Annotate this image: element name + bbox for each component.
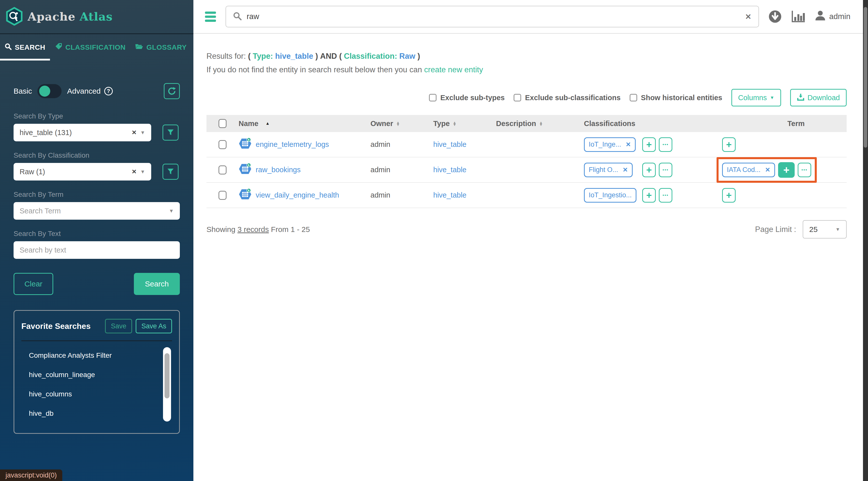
more-classifications-button[interactable]: ••• — [659, 137, 672, 152]
chevron-down-icon: ▼ — [770, 95, 774, 100]
clear-type-icon[interactable]: ✕ — [132, 129, 136, 136]
more-terms-button[interactable]: ••• — [798, 163, 811, 177]
type-link[interactable]: hive_table — [433, 140, 466, 149]
sidebar-tabs: SEARCH CLASSIFICATION GLOSSARY — [0, 33, 193, 61]
statistics-chart-icon[interactable] — [791, 10, 805, 23]
entity-name-link[interactable]: engine_telemetry_logs — [256, 140, 329, 149]
add-term-button[interactable]: + — [722, 137, 736, 152]
tab-classification[interactable]: CLASSIFICATION — [50, 34, 130, 61]
tab-glossary[interactable]: GLOSSARY — [130, 34, 191, 61]
table-row: raw_bookings admin hive_table Flight O..… — [207, 157, 847, 183]
classification-attribute-filter-button[interactable] — [162, 164, 179, 180]
select-all-checkbox[interactable] — [218, 119, 226, 128]
sidebar: Apache Atlas SEARCH CLASSIFICATION GLOSS… — [0, 0, 193, 481]
add-classification-button[interactable]: + — [642, 163, 656, 177]
atlas-hexagon-logo-icon — [6, 7, 23, 27]
show-historical-checkbox[interactable] — [630, 94, 637, 101]
more-classifications-button[interactable]: ••• — [659, 188, 672, 202]
favorite-search-item[interactable]: hive_column_lineage — [21, 365, 157, 384]
type-select[interactable]: hive_table (131) ✕ ▼ — [13, 124, 151, 141]
add-term-button[interactable]: + — [778, 162, 795, 178]
user-icon — [815, 10, 826, 23]
create-new-entity-link[interactable]: create new entity — [424, 65, 483, 74]
table-footer: Showing 3 records From 1 - 25 Page Limit… — [207, 220, 847, 238]
user-menu[interactable]: admin — [815, 10, 850, 23]
more-classifications-button[interactable]: ••• — [659, 163, 672, 177]
classification-chip[interactable]: IoT_Inge...✕ — [584, 137, 636, 152]
refresh-button[interactable] — [164, 83, 180, 99]
row-checkbox[interactable] — [218, 165, 226, 174]
global-search-input[interactable] — [247, 12, 740, 21]
type-filter-value[interactable]: hive_table — [275, 52, 313, 61]
toggle-knob — [39, 86, 50, 97]
term-select[interactable]: Search Term ▼ — [13, 202, 180, 220]
type-link[interactable]: hive_table — [433, 191, 466, 199]
exclude-subtypes-checkbox[interactable] — [429, 94, 436, 101]
owner-value: admin — [370, 166, 390, 174]
header-type[interactable]: Type▲▼ — [425, 120, 487, 128]
save-as-button[interactable]: Save As — [135, 319, 172, 333]
header-owner[interactable]: Owner▲▼ — [362, 120, 425, 128]
page-scrollbar[interactable] — [863, 0, 868, 481]
download-button[interactable]: Download — [790, 89, 847, 106]
results-summary: Results for: ( Type: hive_table ) AND ( … — [207, 52, 868, 61]
row-checkbox[interactable] — [218, 140, 226, 149]
basic-advanced-toggle[interactable] — [37, 84, 62, 98]
columns-button[interactable]: Columns ▼ — [732, 89, 781, 106]
classification-chip[interactable]: Flight O...✕ — [584, 163, 633, 177]
download-tasks-icon[interactable] — [769, 10, 782, 23]
header-description[interactable]: Description▲▼ — [487, 120, 575, 128]
classification-chip[interactable]: IoT_Ingestio... — [584, 188, 637, 202]
global-search-box[interactable]: ✕ — [225, 6, 759, 27]
add-classification-button[interactable]: + — [642, 137, 656, 152]
page-limit-select[interactable]: 25 ▼ — [803, 220, 847, 238]
divider — [21, 341, 172, 341]
main-panel: ✕ admin Results for: ( Type: hive_table … — [193, 0, 868, 481]
save-button[interactable]: Save — [105, 319, 132, 333]
favorite-search-item[interactable]: Compliance Analysts Filter — [21, 346, 157, 365]
clear-button[interactable]: Clear — [13, 273, 53, 295]
favorites-scrollbar[interactable] — [163, 347, 171, 421]
show-historical-option[interactable]: Show historical entities — [630, 94, 722, 102]
row-checkbox[interactable] — [218, 191, 226, 200]
header-name[interactable]: Name▲ — [231, 120, 362, 128]
hive-table-entity-icon — [239, 163, 252, 177]
table-header-row: Name▲ Owner▲▼ Type▲▼ Description▲▼ Class… — [207, 115, 847, 132]
add-classification-button[interactable]: + — [642, 188, 656, 202]
remove-term-icon[interactable]: ✕ — [765, 166, 770, 173]
exclude-subclassifications-option[interactable]: Exclude sub-classifications — [514, 94, 620, 102]
exclude-subclassifications-checkbox[interactable] — [514, 94, 521, 101]
tab-search[interactable]: SEARCH — [0, 34, 50, 61]
clear-classification-icon[interactable]: ✕ — [132, 168, 136, 175]
classification-select[interactable]: Raw (1) ✕ ▼ — [13, 163, 151, 181]
search-by-term-label: Search By Term — [13, 191, 180, 199]
term-chip[interactable]: IATA Cod...✕ — [722, 163, 775, 177]
table-row: view_daily_engine_health admin hive_tabl… — [207, 183, 847, 208]
favorite-searches-list: Compliance Analysts Filter hive_column_l… — [21, 346, 172, 423]
clear-search-icon[interactable]: ✕ — [745, 12, 751, 21]
record-count: Showing 3 records From 1 - 25 — [207, 225, 310, 234]
remove-classification-icon[interactable]: ✕ — [623, 166, 628, 173]
scrollbar-thumb[interactable] — [164, 353, 169, 398]
app-title: Apache Atlas — [28, 10, 113, 23]
sort-asc-icon: ▲ — [266, 121, 270, 126]
app-logo[interactable]: Apache Atlas — [0, 0, 193, 33]
hive-table-entity-icon — [239, 188, 252, 202]
remove-classification-icon[interactable]: ✕ — [626, 141, 631, 148]
menu-icon[interactable] — [205, 11, 216, 22]
classification-filter-value[interactable]: Raw — [399, 52, 415, 61]
record-count-link[interactable]: 3 records — [237, 225, 269, 233]
favorite-search-item[interactable]: hive_columns — [21, 384, 157, 404]
add-term-button[interactable]: + — [722, 188, 736, 202]
search-button[interactable]: Search — [134, 273, 180, 295]
scrollbar-thumb[interactable] — [864, 7, 867, 148]
favorite-search-item[interactable]: hive_db — [21, 404, 157, 423]
search-by-text-input[interactable] — [13, 241, 180, 259]
help-icon[interactable]: ? — [104, 87, 113, 95]
entity-name-link[interactable]: raw_bookings — [256, 166, 301, 174]
entity-name-link[interactable]: view_daily_engine_health — [256, 191, 339, 199]
type-link[interactable]: hive_table — [433, 166, 466, 174]
search-mode-row: Basic Advanced ? — [13, 80, 180, 102]
exclude-subtypes-option[interactable]: Exclude sub-types — [429, 94, 504, 102]
type-attribute-filter-button[interactable] — [162, 125, 179, 140]
